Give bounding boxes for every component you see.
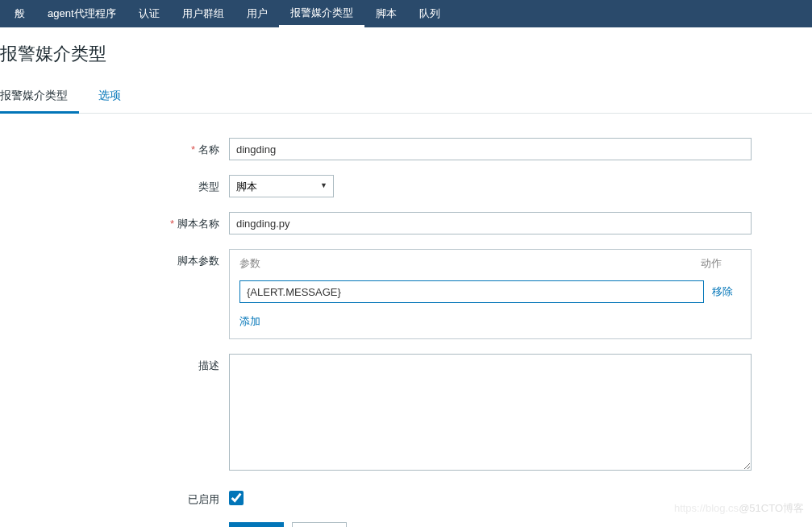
enabled-label: 已启用	[0, 488, 229, 507]
remove-param-link[interactable]: 移除	[712, 285, 733, 297]
name-label: *名称	[0, 138, 229, 157]
params-header-action: 动作	[701, 256, 741, 271]
add-param-link[interactable]: 添加	[239, 315, 260, 327]
nav-item-user-groups[interactable]: 用户群组	[171, 0, 235, 27]
nav-item-auth[interactable]: 认证	[127, 0, 171, 27]
top-nav: 般 agent代理程序 认证 用户群组 用户 报警媒介类型 脚本 队列	[0, 0, 812, 27]
enabled-checkbox[interactable]	[229, 491, 244, 505]
script-name-label: *脚本名称	[0, 212, 229, 231]
submit-button[interactable]: 添加	[229, 522, 284, 527]
tab-options[interactable]: 选项	[98, 81, 132, 113]
page-title: 报警媒介类型	[0, 27, 812, 81]
params-row: 移除	[230, 277, 751, 306]
script-name-input[interactable]	[229, 212, 752, 234]
script-params-label: 脚本参数	[0, 249, 229, 268]
tab-media-type[interactable]: 报警媒介类型	[0, 81, 79, 114]
type-label: 类型	[0, 175, 229, 194]
cancel-button[interactable]: 取消	[292, 522, 347, 527]
nav-item-users[interactable]: 用户	[235, 0, 279, 27]
description-label: 描述	[0, 354, 229, 373]
nav-item-agent[interactable]: agent代理程序	[36, 0, 127, 27]
nav-item-media-types[interactable]: 报警媒介类型	[279, 0, 364, 27]
name-input[interactable]	[229, 138, 752, 160]
params-table: 参数 动作 移除 添加	[229, 249, 752, 339]
nav-item-scripts[interactable]: 脚本	[364, 0, 408, 27]
form: *名称 类型 脚本 *脚本名称 脚本参数	[0, 138, 812, 527]
nav-item-queue[interactable]: 队列	[408, 0, 452, 27]
nav-item-general[interactable]: 般	[3, 0, 36, 27]
param-input[interactable]	[239, 280, 704, 303]
description-textarea[interactable]	[229, 354, 752, 471]
params-header-param: 参数	[239, 256, 701, 271]
type-select[interactable]: 脚本	[229, 175, 334, 197]
tabs: 报警媒介类型 选项	[0, 81, 812, 114]
